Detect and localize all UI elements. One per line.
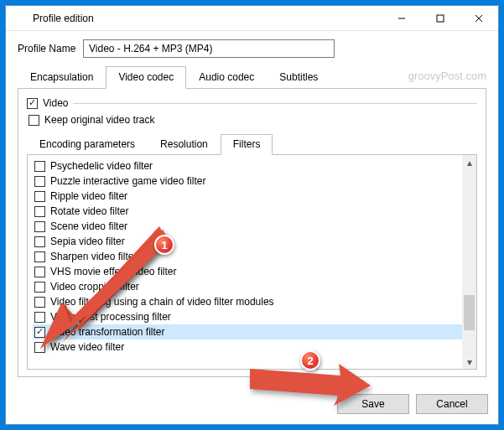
close-icon [475, 14, 483, 23]
titlebar: Profile edition [6, 6, 498, 31]
list-item[interactable]: Video filtering using a chain of video f… [33, 294, 462, 309]
list-item[interactable]: Sepia video filter [33, 234, 462, 249]
profile-name-label: Profile Name [18, 43, 83, 54]
scrollbar[interactable]: ▴ ▾ [462, 155, 476, 369]
filter-label: Video transformation filter [50, 326, 165, 338]
minimize-icon [397, 14, 406, 23]
filter-label: Wave video filter [50, 341, 124, 353]
tab-video-codec[interactable]: Video codec [106, 66, 186, 89]
list-item[interactable]: Rotate video filter [33, 204, 462, 219]
list-item[interactable]: Scene video filter [33, 219, 462, 234]
filter-label: Sharpen video filter [50, 251, 137, 262]
list-item[interactable]: Sharpen video filter [33, 249, 462, 264]
filter-checkbox[interactable] [34, 267, 45, 277]
filter-checkbox[interactable] [34, 176, 45, 187]
filter-checkbox[interactable] [34, 327, 45, 338]
list-item[interactable]: Puzzle interactive game video filter [33, 174, 462, 189]
filter-label: Puzzle interactive game video filter [50, 175, 205, 187]
filter-label: Ripple video filter [50, 190, 127, 202]
tab-audio-codec[interactable]: Audio codec [186, 66, 267, 89]
sub-tab-encoding[interactable]: Encoding parameters [27, 134, 148, 155]
maximize-button[interactable] [421, 6, 460, 31]
filters-list: Psychedelic video filter Puzzle interact… [28, 155, 462, 369]
filter-checkbox[interactable] [34, 221, 45, 232]
list-item[interactable]: Psychedelic video filter [33, 158, 462, 174]
filter-checkbox[interactable] [34, 342, 45, 353]
minimize-button[interactable] [382, 6, 421, 31]
keep-original-row: Keep original video track [27, 114, 477, 126]
window-title: Profile edition [33, 13, 382, 24]
main-tabs: Encapsulation Video codec Audio codec Su… [18, 66, 486, 89]
footer: Save Cancel [6, 386, 498, 424]
filter-label: VHS movie effect video filter [50, 266, 177, 277]
video-fieldset-row: Video [27, 97, 477, 109]
scroll-track[interactable] [462, 169, 476, 355]
save-button[interactable]: Save [337, 394, 409, 414]
list-item[interactable]: Wave video filter [33, 339, 462, 355]
keep-original-checkbox[interactable] [29, 115, 39, 126]
divider [73, 103, 477, 104]
filter-label: Psychedelic video filter [50, 160, 153, 172]
content-area: Profile Name groovyPost.com Encapsulatio… [6, 31, 498, 386]
tab-encapsulation[interactable]: Encapsulation [18, 66, 106, 89]
cancel-button[interactable]: Cancel [416, 394, 488, 414]
list-item[interactable]: Video cropping filter [33, 279, 462, 294]
scroll-thumb[interactable] [464, 295, 475, 330]
filter-checkbox[interactable] [34, 191, 45, 202]
video-checkbox[interactable] [27, 98, 38, 109]
profile-name-input[interactable] [83, 39, 335, 58]
list-item[interactable]: Video post processing filter [33, 309, 462, 324]
window: Profile edition Profile Name groovyPost.… [5, 5, 499, 425]
filter-label: Video post processing filter [50, 311, 171, 323]
vlc-cone-icon [13, 12, 26, 25]
sub-tab-resolution[interactable]: Resolution [148, 134, 221, 155]
window-controls [382, 6, 498, 30]
list-item[interactable]: Video transformation filter [33, 324, 462, 339]
filter-label: Video cropping filter [50, 281, 139, 293]
filter-label: Video filtering using a chain of video f… [50, 296, 274, 308]
filter-checkbox[interactable] [34, 251, 45, 262]
filter-label: Rotate video filter [50, 205, 128, 217]
list-item[interactable]: VHS movie effect video filter [33, 264, 462, 279]
filter-checkbox[interactable] [34, 297, 45, 308]
sub-tab-filters[interactable]: Filters [221, 134, 273, 155]
close-button[interactable] [460, 6, 498, 31]
list-item[interactable]: Ripple video filter [33, 189, 462, 204]
sub-tabs: Encoding parameters Resolution Filters [27, 134, 477, 155]
filter-checkbox[interactable] [34, 161, 45, 172]
filter-checkbox[interactable] [34, 206, 45, 217]
video-codec-panel: Video Keep original video track Encoding… [18, 89, 486, 377]
svg-rect-1 [437, 15, 444, 22]
video-label: Video [43, 97, 68, 109]
filter-label: Scene video filter [50, 220, 127, 232]
filter-label: Sepia video filter [50, 236, 125, 247]
filter-checkbox[interactable] [34, 282, 45, 293]
keep-original-label: Keep original video track [44, 114, 154, 126]
scroll-down-icon[interactable]: ▾ [462, 355, 476, 369]
profile-name-row: Profile Name [18, 39, 486, 58]
filter-checkbox[interactable] [34, 236, 45, 247]
filter-checkbox[interactable] [34, 312, 45, 323]
scroll-up-icon[interactable]: ▴ [462, 155, 476, 169]
maximize-icon [436, 14, 444, 23]
filters-box: Psychedelic video filter Puzzle interact… [27, 155, 477, 370]
tab-subtitles[interactable]: Subtitles [267, 66, 330, 89]
